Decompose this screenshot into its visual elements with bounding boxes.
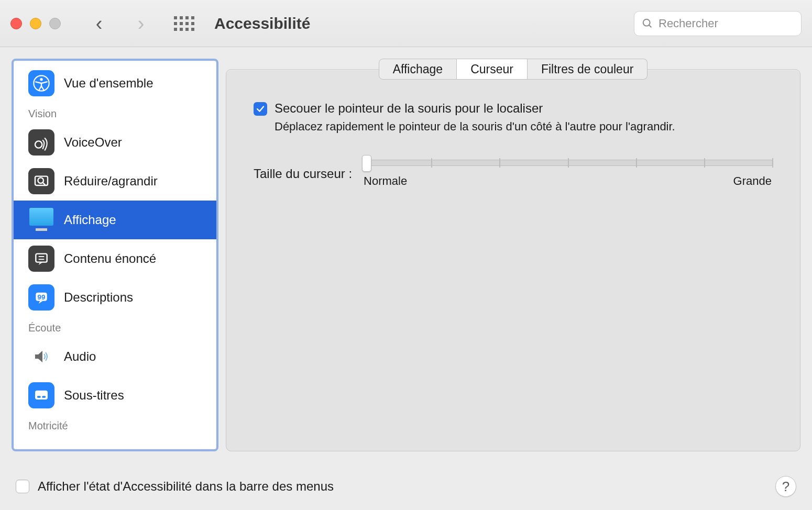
checkmark-icon — [256, 104, 265, 114]
navigation-buttons: ‹ › — [91, 13, 149, 34]
sidebar-item-label: Sous-titres — [64, 388, 124, 403]
sidebar-section-ecoute: Écoute — [14, 317, 216, 337]
traffic-lights — [10, 18, 61, 29]
svg-point-6 — [38, 178, 43, 183]
cursor-size-slider[interactable] — [363, 160, 773, 166]
menubar-status-label: Afficher l'état d'Accessibilité dans la … — [38, 479, 767, 494]
sidebar-item-label: Audio — [64, 349, 96, 364]
shake-to-locate-row: Secouer le pointeur de la souris pour le… — [254, 101, 773, 116]
help-icon: ? — [782, 479, 789, 495]
shake-to-locate-checkbox[interactable] — [254, 102, 267, 116]
cursor-size-label: Taille du curseur : — [254, 167, 352, 181]
menubar-status-checkbox[interactable] — [16, 480, 29, 493]
sidebar-item-display[interactable]: Affichage — [14, 201, 216, 239]
shake-to-locate-label: Secouer le pointeur de la souris pour le… — [275, 101, 543, 116]
slider-max-label: Grande — [733, 174, 772, 188]
descriptions-icon: 99 — [28, 284, 54, 311]
svg-point-0 — [643, 19, 650, 26]
sidebar-item-label: Vue d'ensemble — [64, 76, 153, 91]
sidebar-item-label: Descriptions — [64, 290, 133, 305]
window-toolbar: ‹ › Accessibilité — [0, 0, 812, 47]
tab-cursor[interactable]: Curseur — [457, 59, 528, 80]
shake-to-locate-description: Déplacez rapidement le pointeur de la so… — [275, 120, 773, 134]
svg-text:99: 99 — [38, 293, 46, 301]
sidebar-item-label: VoiceOver — [64, 135, 122, 150]
chevron-left-icon: ‹ — [96, 14, 103, 34]
sidebar-item-spoken-content[interactable]: Contenu énoncé — [14, 239, 216, 278]
svg-line-1 — [649, 25, 652, 27]
tab-label: Affichage — [393, 62, 443, 76]
detail-pane: Affichage Curseur Filtres de couleur Sec… — [226, 59, 800, 451]
slider-thumb[interactable] — [362, 155, 371, 172]
sidebar-item-label: Affichage — [64, 213, 116, 227]
window-footer: Afficher l'état d'Accessibilité dans la … — [0, 463, 812, 510]
display-icon — [28, 207, 54, 233]
subtitles-icon — [28, 382, 54, 408]
zoom-icon — [28, 168, 54, 194]
search-field[interactable] — [634, 11, 802, 36]
slider-min-label: Normale — [364, 174, 407, 188]
tab-label: Filtres de couleur — [541, 62, 633, 76]
svg-rect-13 — [35, 391, 48, 400]
accessibility-icon — [28, 70, 54, 96]
forward-button: › — [133, 13, 149, 34]
svg-rect-8 — [36, 254, 47, 262]
back-button[interactable]: ‹ — [91, 13, 107, 34]
tab-label: Curseur — [470, 62, 513, 76]
spoken-content-icon — [28, 246, 54, 272]
sidebar-item-voiceover[interactable]: VoiceOver — [14, 123, 216, 162]
svg-rect-15 — [42, 396, 46, 397]
show-all-button[interactable] — [174, 16, 194, 31]
sidebar-item-subtitles[interactable]: Sous-titres — [14, 376, 216, 415]
audio-icon — [28, 343, 54, 370]
sidebar-item-label: Contenu énoncé — [64, 251, 156, 266]
sidebar-item-label: Réduire/agrandir — [64, 174, 158, 189]
sidebar-item-overview[interactable]: Vue d'ensemble — [14, 64, 216, 103]
accessibility-sidebar: Vue d'ensemble Vision VoiceOver Réduire/… — [12, 59, 218, 451]
svg-point-4 — [35, 141, 42, 148]
segmented-control: Affichage Curseur Filtres de couleur — [379, 59, 648, 80]
window-zoom-button — [49, 18, 61, 29]
window-close-button[interactable] — [10, 18, 22, 29]
cursor-settings-panel: Secouer le pointeur de la souris pour le… — [226, 69, 800, 451]
window-minimize-button[interactable] — [30, 18, 41, 29]
search-icon — [642, 18, 653, 29]
sidebar-item-zoom[interactable]: Réduire/agrandir — [14, 162, 216, 201]
voiceover-icon — [28, 129, 54, 156]
search-input[interactable] — [659, 17, 803, 30]
sidebar-item-descriptions[interactable]: 99 Descriptions — [14, 278, 216, 317]
chevron-right-icon: › — [138, 14, 145, 34]
window-title: Accessibilité — [214, 15, 310, 32]
help-button[interactable]: ? — [775, 476, 796, 497]
svg-rect-14 — [37, 396, 41, 397]
sidebar-section-motricite: Motricité — [14, 415, 216, 435]
tab-color-filters[interactable]: Filtres de couleur — [528, 59, 648, 80]
cursor-size-row: Taille du curseur : Normale Gr — [254, 160, 773, 188]
sidebar-item-audio[interactable]: Audio — [14, 337, 216, 376]
tab-display[interactable]: Affichage — [379, 59, 457, 80]
svg-point-3 — [40, 78, 42, 81]
sidebar-section-vision: Vision — [14, 103, 216, 123]
